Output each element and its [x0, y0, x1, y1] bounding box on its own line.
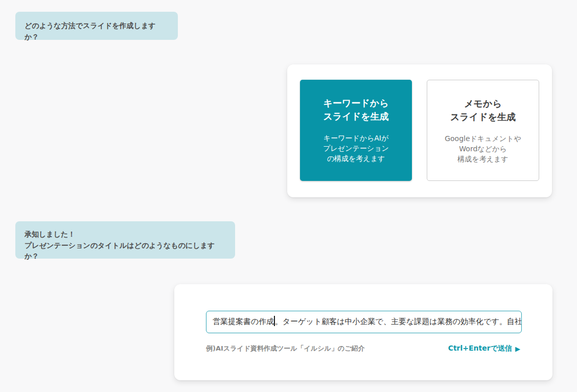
keyword-generation-option[interactable]: キーワードから スライドを生成 キーワードからAIが プレゼンテーション の構成… [300, 80, 412, 181]
input-meta-row: 例)AIスライド資料作成ツール「イルシル」のご紹介 Ctrl+Enterで送信 … [206, 344, 520, 353]
title-input-card: 営業提案書の作成。ターゲット顧客は中小企業で、主要な課題は業務の効率化です。自社… [174, 284, 552, 380]
assistant-bubble-method-question: どのような方法でスライドを作成しますか？ [15, 12, 178, 40]
memo-option-title: メモから スライドを生成 [427, 97, 539, 124]
send-icon: ▶ [515, 345, 520, 352]
send-button-label: Ctrl+Enterで送信 [448, 344, 512, 353]
keyword-option-description: キーワードからAIが プレゼンテーション の構成を考えます [300, 133, 412, 164]
memo-option-description: Googleドキュメントや Wordなどから 構成を考えます [427, 133, 539, 164]
keyword-option-title: キーワードから スライドを生成 [300, 97, 412, 123]
memo-generation-option[interactable]: メモから スライドを生成 Googleドキュメントや Wordなどから 構成を考… [427, 80, 539, 181]
generation-method-card: キーワードから スライドを生成 キーワードからAIが プレゼンテーション の構成… [287, 64, 552, 197]
send-button[interactable]: Ctrl+Enterで送信 ▶ [448, 344, 520, 353]
title-input-text-before-caret: 営業提案書の作成 [213, 317, 274, 326]
input-example-hint: 例)AIスライド資料作成ツール「イルシル」のご紹介 [206, 344, 365, 353]
title-input[interactable]: 営業提案書の作成。ターゲット顧客は中小企業で、主要な課題は業務の効率化です。自社… [206, 311, 522, 333]
assistant-bubble-title-question: 承知しました！ プレゼンテーションのタイトルはどのようなものにしますか？ [15, 221, 235, 259]
title-input-text-after-caret: 。ターゲット顧客は中小企業で、主要な課題は業務の効率化です。自社のAI活用 [275, 317, 522, 326]
